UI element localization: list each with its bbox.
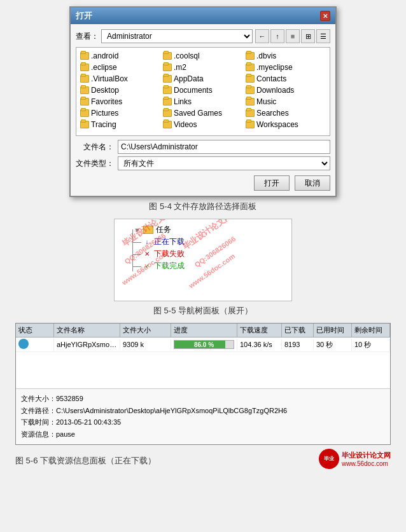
- file-item[interactable]: Workspaces: [244, 119, 327, 130]
- folder-icon: [80, 52, 89, 60]
- size-label: 文件大小：: [21, 395, 56, 402]
- tree-item-failed[interactable]: ✕ 下载失败: [143, 249, 286, 259]
- cell-status: [16, 338, 54, 351]
- tree-root-label: 任务: [156, 224, 171, 235]
- file-item[interactable]: Tracing: [79, 119, 162, 130]
- dialog-toolbar: 查看： Administrator ← ↑ ≡ ⊞ ☰: [76, 29, 330, 43]
- down-arrow-icon: ↓: [143, 238, 151, 245]
- tree-folder-icon: [143, 226, 153, 234]
- cell-filesize: 9309 k: [120, 339, 171, 350]
- location-dropdown[interactable]: Administrator: [101, 29, 253, 43]
- folder-icon: [163, 75, 172, 83]
- cancel-button[interactable]: 取消: [295, 175, 330, 191]
- col-filename: 文件名称: [54, 324, 120, 337]
- nav-up-icon[interactable]: ↑: [270, 29, 284, 43]
- dialog-title: 打开: [76, 10, 92, 22]
- file-item[interactable]: AppData: [162, 73, 244, 85]
- folder-icon: [246, 64, 255, 71]
- dialog-close-button[interactable]: ✕: [320, 11, 330, 21]
- filename-label: 文件名：: [76, 142, 114, 153]
- dialog-body: 查看： Administrator ← ↑ ≡ ⊞ ☰ .android .co…: [71, 24, 335, 196]
- cell-timeused: 30 秒: [314, 339, 352, 351]
- caption3: 图 5-6 下载资源信息面板（正在下载）: [15, 455, 156, 467]
- filetype-label: 文件类型：: [76, 158, 114, 169]
- time-value: 2013-05-21 00:43:35: [56, 418, 121, 426]
- file-item[interactable]: .android: [79, 50, 162, 62]
- file-item[interactable]: Videos: [162, 119, 244, 130]
- download-info-area: 文件大小：9532859 文件路径：C:\Users\Administrator…: [16, 388, 390, 444]
- view-detail-icon[interactable]: ☰: [316, 29, 330, 43]
- folder-icon: [163, 109, 172, 117]
- info-time-row: 下载时间：2013-05-21 00:43:35: [21, 416, 385, 428]
- folder-icon: [80, 121, 89, 128]
- folder-icon: [163, 98, 172, 106]
- col-status: 状态: [16, 324, 54, 337]
- col-downloaded: 已下载: [282, 324, 314, 337]
- file-item[interactable]: Links: [162, 96, 244, 107]
- dialog-titlebar: 打开 ✕: [71, 8, 335, 24]
- size-value: 9532859: [56, 395, 83, 402]
- col-speed: 下载速度: [237, 324, 282, 337]
- folder-icon: [80, 75, 89, 83]
- folder-icon: [246, 109, 255, 117]
- file-item[interactable]: Favorites: [79, 96, 162, 107]
- col-timeused: 已用时间: [314, 324, 352, 337]
- folder-icon: [246, 86, 255, 94]
- tree-item-label-downloading: 正在下载: [154, 236, 185, 247]
- folder-icon: [80, 98, 89, 106]
- download-panel: 状态 文件名称 文件大小 进度 下载速度 已下载 已用时间 剩余时间 aHjeY…: [15, 323, 391, 445]
- path-value: C:\Users\Administrator\Desktop\aHjeYlGRp…: [56, 407, 287, 414]
- nav-back-icon[interactable]: ←: [255, 29, 269, 43]
- view-grid-icon[interactable]: ⊞: [301, 29, 315, 43]
- tree-item-label-complete: 下载完成: [154, 261, 185, 271]
- path-label: 文件路径：: [21, 407, 56, 414]
- file-item[interactable]: Pictures: [79, 107, 162, 119]
- folder-icon: [80, 86, 89, 94]
- folder-icon: [246, 98, 255, 106]
- folder-icon: [246, 121, 255, 128]
- download-row[interactable]: aHjeYlGRpXsmoqPiLQlbCG8gTzg... 9309 k 86…: [16, 338, 390, 352]
- check-icon: ✓: [143, 263, 151, 269]
- file-item[interactable]: Documents: [162, 85, 244, 96]
- file-item[interactable]: .m2: [162, 62, 244, 73]
- col-timeleft: 剩余时间: [352, 324, 390, 337]
- folder-icon: [163, 86, 172, 94]
- tree-root[interactable]: ▼ 任务: [127, 224, 286, 235]
- file-item[interactable]: Saved Games: [162, 107, 244, 119]
- cell-filename: aHjeYlGRpXsmoqPiLQlbCG8gTzg...: [54, 339, 120, 350]
- tree-item-complete[interactable]: ✓ 下载完成: [143, 261, 286, 271]
- folder-icon: [246, 52, 255, 60]
- caption2: 图 5-5 导航树面板（展开）: [153, 305, 253, 317]
- file-item[interactable]: .VirtualBox: [79, 73, 162, 85]
- view-list-icon[interactable]: ≡: [286, 29, 300, 43]
- open-button[interactable]: 打开: [254, 175, 290, 191]
- progress-text: 86.0 %: [174, 341, 234, 348]
- file-item[interactable]: Searches: [244, 107, 327, 119]
- info-size-row: 文件大小：9532859: [21, 393, 385, 405]
- tree-item-label-failed: 下载失败: [154, 249, 185, 259]
- col-filesize: 文件大小: [120, 324, 171, 337]
- source-label: 资源信息：: [21, 430, 56, 438]
- file-item[interactable]: Desktop: [79, 85, 162, 96]
- file-item[interactable]: .coolsql: [162, 50, 244, 62]
- file-item[interactable]: .eclipse: [79, 62, 162, 73]
- filename-row: 文件名：: [76, 140, 330, 154]
- progress-bar-container: 86.0 %: [174, 340, 234, 349]
- file-item[interactable]: .myeclipse: [244, 62, 327, 73]
- info-source-row: 资源信息：pause: [21, 428, 385, 440]
- caption1: 图 5-4 文件存放路径选择面板: [149, 201, 256, 212]
- filename-input[interactable]: [118, 140, 330, 154]
- col-progress: 进度: [171, 324, 237, 337]
- file-item[interactable]: .dbvis: [244, 50, 327, 62]
- file-item[interactable]: Downloads: [244, 85, 327, 96]
- x-icon: ✕: [143, 250, 151, 257]
- file-item[interactable]: Music: [244, 96, 327, 107]
- tree-item-downloading[interactable]: ↓ 正在下载: [143, 236, 286, 247]
- cell-downloaded: 8193: [282, 339, 314, 350]
- footer-logo: 毕业 毕业设计论文网 www.56doc.com: [319, 449, 391, 469]
- folder-icon: [163, 121, 172, 128]
- toolbar-icons: ← ↑ ≡ ⊞ ☰: [255, 29, 330, 43]
- cell-progress: 86.0 %: [171, 339, 237, 350]
- file-item[interactable]: Contacts: [244, 73, 327, 85]
- filetype-select[interactable]: 所有文件: [118, 156, 330, 170]
